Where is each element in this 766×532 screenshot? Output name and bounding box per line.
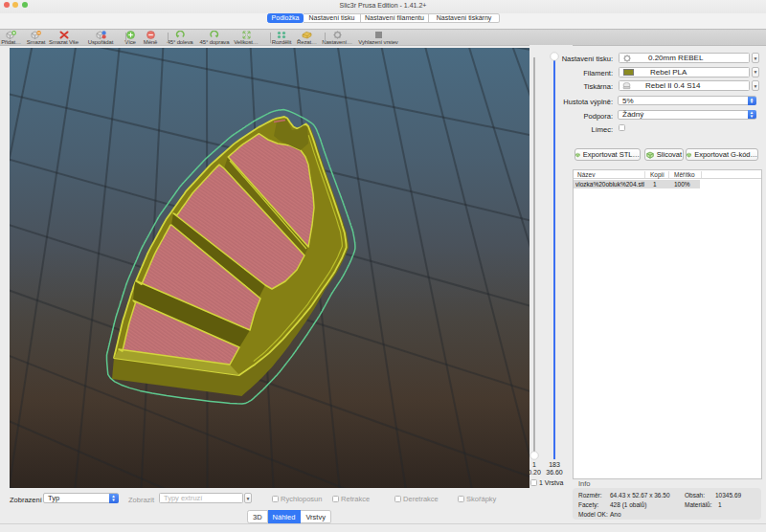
svg-text:1: 1 — [532, 461, 536, 468]
svg-text:183: 183 — [549, 461, 560, 468]
svg-text:0.20: 0.20 — [529, 469, 541, 476]
svg-text:36.60: 36.60 — [546, 469, 563, 476]
